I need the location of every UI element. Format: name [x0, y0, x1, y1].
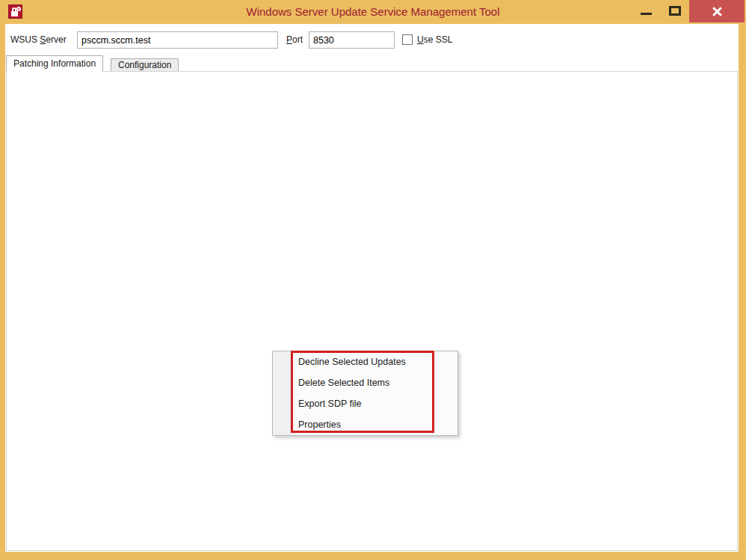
use-ssl-label: Use SSL: [417, 31, 452, 48]
wsus-server-input[interactable]: [77, 31, 278, 49]
tab-patching-information[interactable]: Patching Information: [6, 55, 103, 72]
port-input[interactable]: [309, 31, 395, 49]
maximize-button[interactable]: [662, 0, 688, 22]
close-button[interactable]: [689, 0, 745, 22]
tab-page: [6, 71, 738, 551]
port-label: Port: [286, 31, 303, 48]
annotation-highlight-rect: [291, 351, 434, 433]
minimize-button[interactable]: [634, 0, 659, 22]
wsus-server-label: WSUS Server: [10, 31, 67, 48]
title-bar: Windows Server Update Service Management…: [0, 0, 746, 24]
minimize-icon: [641, 13, 652, 15]
maximize-icon: [669, 6, 681, 16]
use-ssl-checkbox[interactable]: [402, 34, 413, 45]
app-window: Windows Server Update Service Management…: [0, 0, 746, 560]
window-content: WSUS Server Port Use SSL Patching Inform…: [5, 24, 739, 552]
tab-configuration[interactable]: Configuration: [111, 58, 179, 72]
